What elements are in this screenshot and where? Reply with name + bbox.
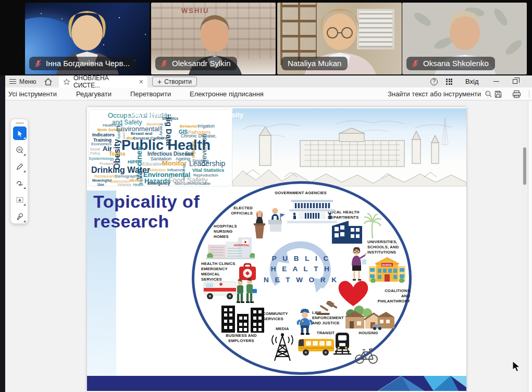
wordcloud-word: Breast and <box>131 132 152 136</box>
wordcloud-word: Notify <box>117 130 121 139</box>
background-window-edge <box>0 75 5 392</box>
train-icon <box>333 332 352 358</box>
heart-icon <box>337 279 369 307</box>
home-icon <box>44 78 52 85</box>
wordcloud-word: Use <box>97 183 104 186</box>
comment-tool-button[interactable] <box>13 143 27 157</box>
print-button[interactable] <box>512 87 521 100</box>
comment-icon <box>16 146 24 154</box>
muted-mic-icon <box>411 59 419 68</box>
muted-mic-icon <box>160 59 168 68</box>
diagram-center-label: P U B L I C H E A L T H N E T W O R K <box>259 254 343 285</box>
participant-tile-3-active-speaker[interactable]: Nataliya Mukan <box>277 3 402 74</box>
hamburger-icon <box>9 78 16 85</box>
public-health-wordcloud: Occupational HealthStatisticsBig Dataand… <box>89 109 232 186</box>
wordcloud-word: Leadership <box>189 160 225 167</box>
sign-tool-button[interactable] <box>13 210 27 223</box>
quick-tools-panel: A <box>10 119 28 224</box>
app-titlebar: Меню ОНОВЛЕНА СИСТЕ... × + Створити ? Вх… <box>0 75 532 87</box>
participant-tile-2[interactable]: WSHIU Oleksandr Sylkin <box>151 3 276 74</box>
participant-name: Інна Богданівна Черв... <box>46 59 130 68</box>
wordcloud-word: Preparedness <box>147 186 175 186</box>
participant-name: Oksana Shkolenko <box>423 59 489 68</box>
participant-tile-4[interactable]: Oksana Shkolenko <box>402 3 527 74</box>
teacher-icon <box>348 247 366 281</box>
save-button[interactable] <box>494 87 502 100</box>
search-icon <box>485 90 492 98</box>
wordcloud-word: HIPPA <box>128 160 142 165</box>
menu-label: Меню <box>19 78 36 85</box>
menu-button[interactable]: Меню <box>9 75 36 87</box>
vertical-scrollbar-track[interactable] <box>522 100 528 392</box>
gavel-icon <box>315 301 340 315</box>
participant-name-pill: Oleksandr Sylkin <box>155 57 237 70</box>
houses-icon <box>343 306 394 331</box>
participant-name-pill: Інна Богданівна Черв... <box>29 57 136 70</box>
meeting-video-strip: Інна Богданівна Черв... WSHIU Oleksandr … <box>0 0 532 75</box>
menu-all-tools[interactable]: Усі інструменти <box>8 87 57 100</box>
create-button[interactable]: + Створити <box>152 77 197 86</box>
diagram-label: GOVERNMENT AGENCIES <box>259 191 342 196</box>
palm-icon <box>363 210 382 238</box>
svg-text:SCHOOL: SCHOOL <box>382 264 392 267</box>
text-box-icon: A <box>16 196 24 204</box>
apps-grid-icon <box>446 79 452 85</box>
participant-name-pill: Oksana Shkolenko <box>406 57 495 70</box>
document-tab-title: ОНОВЛЕНА СИСТЕ... <box>73 74 136 89</box>
draw-tool-button[interactable] <box>13 176 27 190</box>
highlight-tool-button[interactable] <box>13 160 27 173</box>
diagram-label: HOUSING <box>354 331 383 336</box>
diagram-label: BUSINESS AND EMPLOYERS <box>217 333 265 344</box>
wordcloud-word: Irrigation <box>197 124 215 129</box>
wordcloud-word: Vital Statistics <box>192 168 224 173</box>
draw-squiggle-icon <box>16 179 24 187</box>
help-button[interactable]: ? <box>430 75 438 87</box>
search-tools[interactable]: Знайти текст або інструменти <box>388 87 492 100</box>
select-tool-button[interactable] <box>13 127 27 140</box>
menu-convert[interactable]: Перетворити <box>130 87 171 100</box>
right-panel-strip <box>528 100 532 392</box>
minimize-button[interactable] <box>493 75 499 87</box>
participant-tile-1[interactable]: Інна Богданівна Черв... <box>25 3 150 74</box>
pdf-page: Occupational HealthStatisticsBig Dataand… <box>87 107 466 392</box>
panel-drag-handle[interactable] <box>16 122 24 124</box>
wordcloud-word: Behavior <box>180 124 197 129</box>
star-icon <box>63 78 70 85</box>
wordcloud-word: Demography <box>115 174 139 179</box>
vertical-scrollbar-thumb[interactable] <box>523 147 526 185</box>
menu-edit[interactable]: Редагувати <box>76 87 112 100</box>
participant-name: Oleksandr Sylkin <box>172 59 231 68</box>
police-icon <box>295 308 314 335</box>
mouse-cursor <box>512 361 521 372</box>
slide-title: Topicality of research <box>93 192 224 232</box>
city-sketch-illustration <box>232 108 466 186</box>
apps-grid-button[interactable] <box>446 75 452 87</box>
wordcloud-word: Violence <box>117 183 131 186</box>
bus-icon <box>296 337 335 357</box>
muted-mic-icon <box>34 59 42 68</box>
pencil-icon <box>16 162 24 171</box>
restore-window-button[interactable] <box>513 75 517 87</box>
diagram-label: MEDIA <box>270 326 294 332</box>
signin-button[interactable]: Вхід <box>465 75 479 87</box>
wordcloud-word: Social <box>90 147 100 151</box>
document-tab[interactable]: ОНОВЛЕНА СИСТЕ... × <box>59 75 147 87</box>
slide-page-number: 2 <box>98 109 111 119</box>
school-icon: SCHOOL <box>369 257 405 283</box>
slide-footer <box>87 376 466 391</box>
wordcloud-word: Restaurants <box>94 174 117 179</box>
svg-text:HOSPITAL: HOSPITAL <box>234 244 250 247</box>
print-icon <box>512 90 521 98</box>
tab-close-icon[interactable]: × <box>139 78 143 86</box>
diagram-label: COMMUNITY SERVICES <box>263 311 300 322</box>
participant-name-pill: Nataliya Mukan <box>281 57 348 70</box>
search-label: Знайти текст або інструменти <box>388 90 481 98</box>
diagram-label: COALITIONS AND PHILANTHROPY <box>368 288 410 304</box>
navybuilding-icon <box>331 219 363 244</box>
bike-icon <box>355 345 378 365</box>
wordcloud-word: Policy <box>90 151 100 155</box>
buildingsblack-icon <box>220 305 265 333</box>
menu-esign[interactable]: Електронне підписання <box>190 87 264 100</box>
home-button[interactable] <box>44 75 52 87</box>
textbox-tool-button[interactable]: A <box>13 193 27 207</box>
